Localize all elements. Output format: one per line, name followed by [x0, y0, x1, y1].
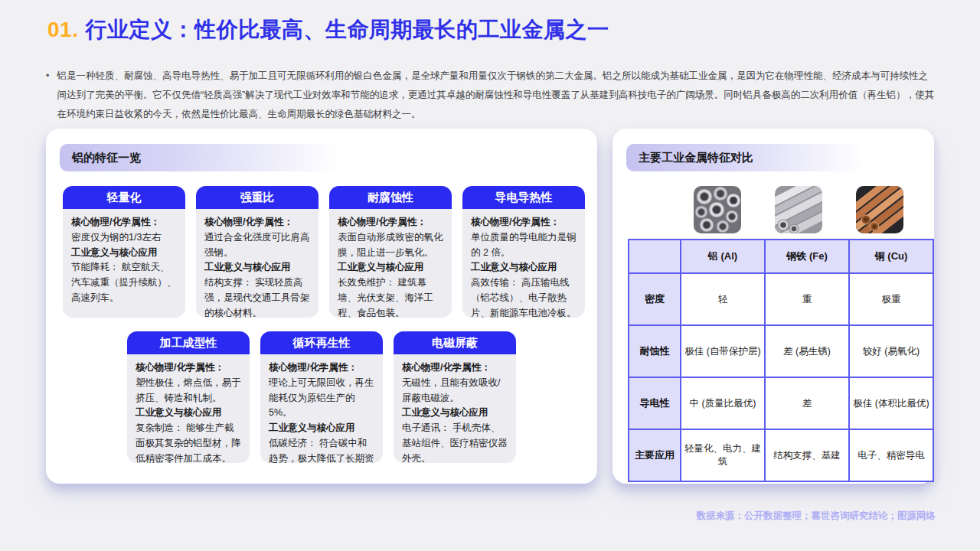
attr-text: 通过合金化强度可比肩高强钢。 [204, 230, 310, 261]
attr-label: 核心物理/化学属性： [71, 215, 177, 230]
steel-tubes-image [775, 186, 822, 233]
aluminum-tubes-image [694, 186, 741, 233]
feature-card-lightweight: 轻量化 核心物理/化学属性： 密度仅为钢的1/3左右 工业意义与核心应用 节能降… [63, 186, 185, 318]
app-label: 工业意义与核心应用 [338, 260, 443, 276]
intro-text: 铝是一种轻质、耐腐蚀、高导电导热性、易于加工且可无限循环利用的银白色金属，是全球… [57, 67, 937, 124]
feature-card-title: 导电导热性 [462, 186, 585, 209]
table-col-header-empty [629, 240, 681, 273]
left-panel-header: 铝的特征一览 [60, 144, 360, 171]
intro-paragraph: • 铝是一种轻质、耐腐蚀、高导电导热性、易于加工且可无限循环利用的银白色金属，是… [46, 67, 937, 124]
feature-card-recyclability: 循环再生性 核心物理/化学属性： 理论上可无限回收，再生能耗仅为原铝生产的 5%… [260, 331, 383, 463]
table-row-applications: 主要应用 轻量化、电力、建筑 结构支撑、基建 电子、精密导电 [629, 429, 933, 481]
table-cell: 较好 (易氧化) [849, 325, 933, 377]
feature-card-conductivity: 导电导热性 核心物理/化学属性： 单位质量的导电能力是铜的 2 倍。 工业意义与… [462, 186, 585, 318]
metal-comparison-table: 铝 (Al) 钢铁 (Fe) 铜 (Cu) 密度 轻 重 极重 耐蚀性 极佳 (… [628, 239, 934, 482]
attr-text: 密度仅为钢的1/3左右 [71, 230, 177, 246]
table-row-label: 主要应用 [629, 429, 681, 481]
attr-label: 核心物理/化学属性： [136, 360, 241, 376]
feature-card-strength-ratio: 强重比 核心物理/化学属性： 通过合金化强度可比肩高强钢。 工业意义与核心应用 … [196, 186, 318, 318]
table-row-conductivity: 导电性 中 (质量比最优) 差 极佳 (体积比最优) [629, 377, 933, 429]
app-text: 长效免维护： 建筑幕墙、光伏支架、海洋工程、食品包装。 [338, 276, 443, 318]
feature-card-title: 耐腐蚀性 [329, 186, 452, 209]
feature-card-title: 强重比 [196, 186, 318, 209]
feature-cards-row-2: 加工成型性 核心物理/化学属性： 塑性极佳，熔点低，易于挤压、铸造和轧制。 工业… [46, 331, 597, 463]
feature-card-emi-shielding: 电磁屏蔽 核心物理/化学属性： 无磁性，且能有效吸收/屏蔽电磁波。 工业意义与核… [394, 331, 516, 463]
table-cell: 中 (质量比最优) [681, 377, 765, 429]
app-label: 工业意义与核心应用 [136, 406, 241, 421]
feature-card-title: 加工成型性 [127, 331, 250, 354]
attr-text: 无磁性，且能有效吸收/屏蔽电磁波。 [402, 376, 508, 406]
aluminum-features-panel: 铝的特征一览 轻量化 核心物理/化学属性： 密度仅为钢的1/3左右 工业意义与核… [46, 129, 597, 484]
app-label: 工业意义与核心应用 [204, 260, 310, 276]
attr-label: 核心物理/化学属性： [269, 360, 374, 376]
table-row-label: 耐蚀性 [629, 325, 681, 377]
app-text: 复杂制造： 能够生产截面极其复杂的铝型材，降低精密零件加工成本。 [136, 421, 241, 463]
feature-card-formability: 加工成型性 核心物理/化学属性： 塑性极佳，熔点低，易于挤压、铸造和轧制。 工业… [127, 331, 250, 463]
app-text: 低碳经济： 符合碳中和趋势，极大降低了长期资源消耗和碳足迹。 [269, 436, 374, 463]
app-label: 工业意义与核心应用 [402, 406, 508, 421]
app-text: 结构支撑： 实现轻质高强，是现代交通工具骨架的核心材料。 [204, 276, 310, 318]
attr-text: 理论上可无限回收，再生能耗仅为原铝生产的 5%。 [269, 376, 374, 421]
table-row-label: 导电性 [629, 377, 681, 429]
attr-label: 核心物理/化学属性： [402, 360, 508, 376]
table-col-header-copper: 铜 (Cu) [849, 240, 933, 273]
table-cell: 极重 [849, 273, 933, 325]
right-panel-header: 主要工业金属特征对比 [626, 144, 879, 171]
page-title-text: 行业定义：性价比最高、生命周期最长的工业金属之一 [85, 18, 609, 41]
feature-cards-row-1: 轻量化 核心物理/化学属性： 密度仅为钢的1/3左右 工业意义与核心应用 节能降… [63, 186, 597, 318]
attr-label: 核心物理/化学属性： [471, 215, 577, 230]
table-cell: 差 [765, 377, 849, 429]
table-col-header-aluminum: 铝 (Al) [681, 240, 765, 273]
app-text: 电子通讯： 手机壳体、基站组件、医疗精密仪器外壳。 [402, 421, 508, 463]
data-source-note: 数据来源：公开数据整理；嘉世咨询研究结论；图源网络 [697, 510, 936, 523]
table-cell: 极佳 (自带保护层) [681, 325, 765, 377]
table-cell: 轻量化、电力、建筑 [681, 429, 765, 481]
table-row-label: 密度 [629, 273, 681, 325]
table-header-row: 铝 (Al) 钢铁 (Fe) 铜 (Cu) [629, 240, 933, 273]
app-label: 工业意义与核心应用 [471, 260, 577, 276]
table-row-corrosion: 耐蚀性 极佳 (自带保护层) 差 (易生锈) 较好 (易氧化) [629, 325, 933, 377]
table-cell: 极佳 (体积比最优) [849, 377, 933, 429]
table-cell: 重 [765, 273, 849, 325]
attr-text: 塑性极佳，熔点低，易于挤压、铸造和轧制。 [136, 376, 241, 406]
table-row-density: 密度 轻 重 极重 [629, 273, 933, 325]
feature-card-title: 轻量化 [63, 186, 185, 209]
table-cell: 轻 [681, 273, 765, 325]
bullet-glyph: • [46, 67, 49, 124]
feature-card-title: 电磁屏蔽 [394, 331, 516, 354]
table-cell: 电子、精密导电 [849, 429, 933, 481]
table-col-header-steel: 钢铁 (Fe) [765, 240, 849, 273]
feature-card-corrosion: 耐腐蚀性 核心物理/化学属性： 表面自动形成致密的氧化膜，阻止进一步氧化。 工业… [329, 186, 452, 318]
page-title: 01.行业定义：性价比最高、生命周期最长的工业金属之一 [47, 15, 609, 44]
attr-label: 核心物理/化学属性： [204, 215, 310, 230]
app-text: 高效传输： 高压输电线（铝芯线）、电子散热片、新能源车电池冷板。 [471, 276, 577, 318]
page-title-number: 01. [47, 18, 78, 41]
attr-text: 单位质量的导电能力是铜的 2 倍。 [471, 230, 577, 261]
app-label: 工业意义与核心应用 [71, 246, 177, 261]
metal-images-row [612, 186, 934, 233]
app-label: 工业意义与核心应用 [269, 421, 374, 436]
table-cell: 差 (易生锈) [765, 325, 849, 377]
copper-tubes-image [856, 186, 903, 233]
attr-label: 核心物理/化学属性： [338, 215, 443, 230]
attr-text: 表面自动形成致密的氧化膜，阻止进一步氧化。 [338, 230, 443, 261]
app-text: 节能降耗： 航空航天、汽车减重（提升续航）、高速列车。 [71, 260, 177, 305]
table-cell: 结构支撑、基建 [765, 429, 849, 481]
metal-comparison-panel: 主要工业金属特征对比 [612, 129, 934, 484]
feature-card-title: 循环再生性 [260, 331, 383, 354]
